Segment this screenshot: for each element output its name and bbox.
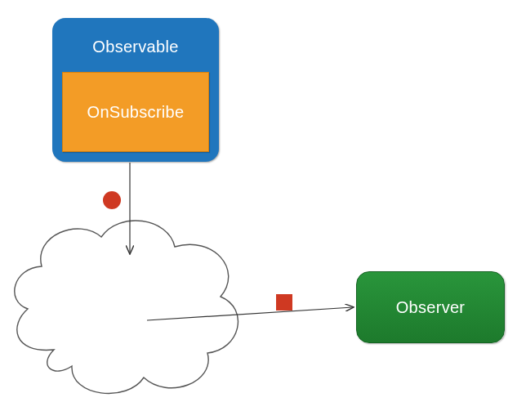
observable-title: Observable: [52, 38, 219, 56]
observer-label: Observer: [396, 298, 466, 317]
observer-box: Observer: [356, 271, 505, 343]
diagram-stage: Observable OnSubscribe Observer: [0, 0, 526, 420]
onsubscribe-label: OnSubscribe: [87, 103, 185, 122]
event-marker-square-icon: [276, 294, 292, 311]
onsubscribe-box: OnSubscribe: [62, 72, 209, 152]
observable-box: Observable OnSubscribe: [52, 18, 219, 162]
event-marker-circle-icon: [103, 191, 121, 209]
cloud-shape: [5, 203, 250, 404]
